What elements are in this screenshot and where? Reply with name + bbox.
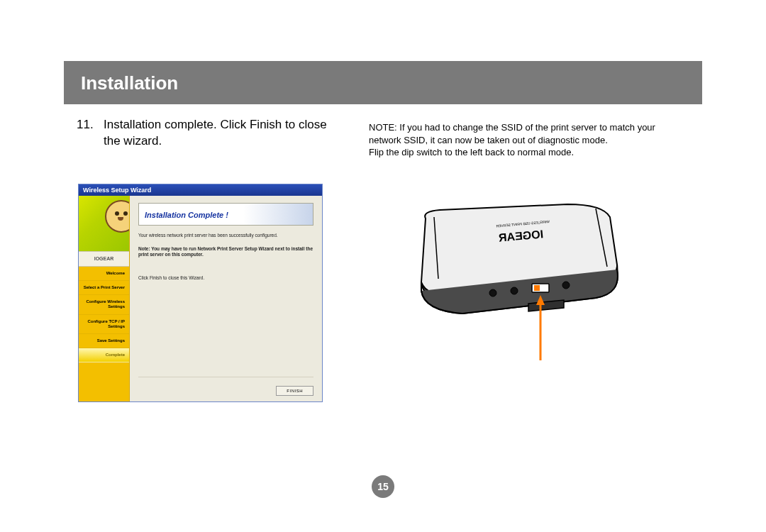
page-number-badge: 15 — [372, 475, 394, 498]
note-line-2: Flip the dip switch to the left back to … — [369, 146, 681, 159]
step-number: 11. — [77, 117, 104, 133]
wizard-mascot-icon — [79, 196, 129, 251]
right-column: NOTE: If you had to change the SSID of t… — [369, 117, 681, 402]
wizard-heading-box: Installation Complete ! — [138, 203, 313, 226]
wizard-screenshot: Wireless Setup Wizard IOGEAR Welco — [78, 184, 323, 402]
note-line-1: NOTE: If you had to change the SSID of t… — [369, 121, 681, 146]
print-server-device-icon: IOGEAR WIRELESS USB PRINT SERVER — [383, 197, 638, 382]
svg-point-1 — [489, 289, 496, 297]
wizard-main-panel: Installation Complete ! Your wireless ne… — [130, 196, 322, 401]
wizard-brand-logo: IOGEAR — [79, 251, 129, 267]
wizard-step-wireless: Configure Wireless Settings — [79, 295, 129, 314]
wizard-window-title: Wireless Setup Wizard — [79, 184, 322, 196]
wizard-body-1: Your wireless network print server has b… — [138, 233, 313, 239]
svg-point-3 — [562, 282, 570, 289]
svg-rect-5 — [534, 285, 540, 291]
wizard-body-3: Click Finish to close this Wizard. — [138, 275, 313, 282]
page-number: 15 — [377, 481, 389, 492]
wizard-step-tcpip: Configure TCP / IP Settings — [79, 315, 129, 334]
left-column: 11. Installation complete. Click Finish … — [64, 117, 340, 402]
step-text: Installation complete. Click Finish to c… — [104, 117, 340, 150]
section-title: Installation — [81, 72, 178, 94]
svg-point-2 — [511, 287, 518, 294]
wizard-step-welcome: Welcome — [79, 267, 129, 281]
wizard-step-complete: Complete — [79, 348, 129, 362]
wizard-sidebar: IOGEAR Welcome Select a Print Server Con… — [79, 196, 130, 401]
wizard-body-2: Note: You may have to run Network Print … — [138, 246, 313, 259]
wizard-step-select: Select a Print Server — [79, 281, 129, 295]
wizard-heading: Installation Complete ! — [145, 211, 228, 219]
section-title-bar: Installation — [64, 61, 702, 104]
step-11: 11. Installation complete. Click Finish … — [77, 117, 340, 150]
wizard-step-save: Save Settings — [79, 334, 129, 348]
finish-button[interactable]: FINISH — [276, 386, 313, 396]
device-illustration: IOGEAR WIRELESS USB PRINT SERVER — [383, 197, 638, 382]
